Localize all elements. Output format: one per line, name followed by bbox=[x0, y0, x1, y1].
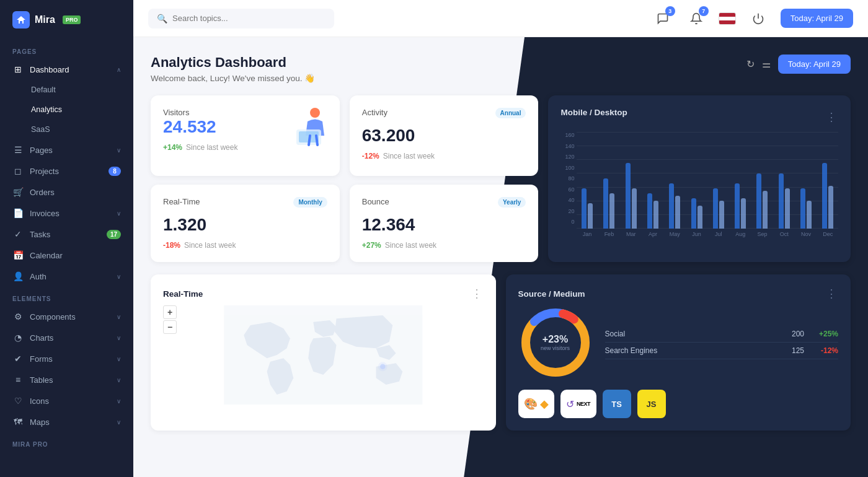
mobile-bar bbox=[675, 196, 680, 229]
auth-icon: 👤 bbox=[12, 271, 24, 281]
header-date-button[interactable]: Today: April 29 bbox=[778, 55, 851, 74]
logo-text: Mira bbox=[35, 14, 55, 25]
source-search-name: Search Engines bbox=[605, 346, 774, 355]
bar-month-label: Sep bbox=[752, 231, 773, 237]
chevron-icons-icon: ∨ bbox=[117, 398, 121, 405]
bell-button[interactable]: 7 bbox=[685, 7, 707, 30]
sidebar-label-auth: Auth bbox=[30, 272, 110, 281]
map-zoom-out[interactable]: − bbox=[163, 320, 177, 334]
sidebar-item-analytics[interactable]: Analytics bbox=[0, 100, 133, 120]
bar-month-label: Apr bbox=[642, 231, 663, 237]
mobile-bar bbox=[719, 201, 724, 229]
language-flag[interactable] bbox=[719, 12, 736, 25]
bar-group-mar bbox=[621, 132, 641, 229]
bar-month-label: Nov bbox=[795, 231, 816, 237]
desktop-bar bbox=[713, 188, 718, 229]
sidebar-item-components[interactable]: ⚙ Components ∨ bbox=[0, 306, 133, 327]
search-icon: 🔍 bbox=[157, 14, 167, 24]
source-row-search: Search Engines 125 -12% bbox=[605, 343, 839, 359]
source-medium-title: Source / Medium bbox=[518, 289, 585, 299]
sidebar-item-invoices[interactable]: 📄 Invoices ∨ bbox=[0, 203, 133, 224]
typescript-icon: TS bbox=[611, 400, 622, 409]
chat-button[interactable]: 3 bbox=[652, 7, 674, 30]
source-row-social: Social 200 +25% bbox=[605, 326, 839, 343]
tech-logos-row: 🎨 ◆ ↺ NEXT TS JS bbox=[518, 390, 839, 418]
source-social-value: 200 bbox=[779, 330, 804, 338]
source-medium-more[interactable]: ⋮ bbox=[826, 287, 838, 300]
sidebar-item-pages[interactable]: ☰ Pages ∨ bbox=[0, 139, 133, 160]
sidebar-item-tasks[interactable]: ✓ Tasks 17 bbox=[0, 224, 133, 245]
bottom-row: Real-Time ⋮ + − bbox=[151, 274, 851, 431]
sidebar-item-default[interactable]: Default bbox=[0, 80, 133, 100]
mobile-bar bbox=[632, 188, 637, 229]
components-icon: ⚙ bbox=[12, 312, 24, 322]
sidebar-item-auth[interactable]: 👤 Auth ∨ bbox=[0, 266, 133, 287]
logo[interactable]: Mira PRO bbox=[0, 0, 133, 40]
redux-nextjs-logo: ↺ NEXT bbox=[560, 390, 596, 418]
bounce-value: 12.364 bbox=[362, 215, 526, 235]
sidebar-item-icons[interactable]: ♡ Icons ∨ bbox=[0, 390, 133, 411]
donut-chart: +23% new visitors bbox=[518, 305, 593, 380]
invoices-icon: 📄 bbox=[12, 208, 24, 218]
sidebar-item-projects[interactable]: ◻ Projects 8 bbox=[0, 160, 133, 182]
bounce-badge: Yearly bbox=[498, 197, 526, 208]
source-social-change: +25% bbox=[810, 330, 838, 338]
activity-badge: Annual bbox=[495, 108, 526, 118]
sidebar-item-maps[interactable]: 🗺 Maps ∨ bbox=[0, 411, 133, 432]
sidebar-item-dashboard[interactable]: ⊞ Dashboard ∧ bbox=[0, 59, 133, 80]
tasks-icon: ✓ bbox=[12, 229, 24, 239]
bar-month-label: Jan bbox=[577, 231, 597, 237]
desktop-bar bbox=[603, 178, 608, 229]
mobile-bar bbox=[807, 201, 812, 229]
bounce-card: Bounce Yearly 12.364 +27% Since last wee… bbox=[350, 185, 539, 262]
logo-icon bbox=[12, 11, 30, 28]
filter-icon[interactable]: ⚌ bbox=[762, 58, 771, 70]
mobile-desktop-title: Mobile / Desktop bbox=[560, 108, 627, 117]
sidebar-item-charts[interactable]: ◔ Charts ∨ bbox=[0, 327, 133, 348]
refresh-icon[interactable]: ↻ bbox=[746, 58, 755, 70]
figma-sketch-logo: 🎨 ◆ bbox=[518, 390, 554, 418]
realtime-map-more[interactable]: ⋮ bbox=[471, 287, 484, 300]
sidebar-item-orders[interactable]: 🛒 Orders bbox=[0, 182, 133, 203]
bounce-since: Since last week bbox=[385, 241, 436, 250]
redux-icon: ↺ bbox=[566, 398, 574, 410]
bar-month-label: Dec bbox=[818, 231, 838, 237]
mobile-bar bbox=[588, 203, 593, 229]
sidebar-item-tables[interactable]: ≡ Tables ∨ bbox=[0, 369, 133, 390]
map-zoom-in[interactable]: + bbox=[163, 305, 177, 319]
tables-icon: ≡ bbox=[12, 375, 24, 385]
javascript-icon: JS bbox=[647, 400, 657, 409]
mobile-bar bbox=[763, 191, 768, 229]
dashboard-icon: ⊞ bbox=[12, 64, 24, 74]
maps-icon: 🗺 bbox=[12, 417, 24, 427]
sidebar-item-saas[interactable]: SaaS bbox=[0, 120, 133, 139]
page-title: Analytics Dashboard bbox=[151, 55, 315, 71]
sidebar-item-calendar[interactable]: 📅 Calendar bbox=[0, 245, 133, 266]
page-header: Analytics Dashboard Welcome back, Lucy! … bbox=[151, 55, 851, 83]
mobile-bar bbox=[698, 206, 702, 229]
realtime-map-card: Real-Time ⋮ + − bbox=[151, 274, 496, 431]
sidebar-item-forms[interactable]: ✔ Forms ∨ bbox=[0, 348, 133, 369]
bar-group-dec bbox=[818, 132, 838, 229]
bar-group-apr bbox=[642, 132, 663, 229]
date-button[interactable]: Today: April 29 bbox=[781, 9, 853, 28]
pages-icon: ☰ bbox=[12, 145, 24, 155]
search-input[interactable] bbox=[172, 14, 326, 23]
tasks-badge: 17 bbox=[107, 230, 121, 239]
main-area: 🔍 3 7 Today: April 29 bbox=[133, 0, 868, 477]
bar-month-label: Jun bbox=[686, 231, 707, 237]
donut-subtitle: new visitors bbox=[541, 345, 570, 351]
sidebar-label-saas: SaaS bbox=[31, 125, 121, 134]
mobile-desktop-more-icon[interactable]: ⋮ bbox=[826, 110, 838, 124]
chat-badge: 3 bbox=[665, 6, 675, 16]
bar-month-label: Oct bbox=[774, 231, 794, 237]
stats-row: Visitors 24.532 +14% Since last week bbox=[151, 95, 851, 262]
orders-icon: 🛒 bbox=[12, 187, 24, 197]
source-search-change: -12% bbox=[810, 346, 838, 355]
mobile-bar bbox=[828, 186, 833, 229]
power-button[interactable] bbox=[747, 7, 769, 30]
sidebar-label-dashboard: Dashboard bbox=[30, 65, 110, 74]
source-search-value: 125 bbox=[779, 346, 804, 355]
search-box[interactable]: 🔍 bbox=[148, 9, 334, 28]
sidebar-label-components: Components bbox=[30, 312, 110, 322]
